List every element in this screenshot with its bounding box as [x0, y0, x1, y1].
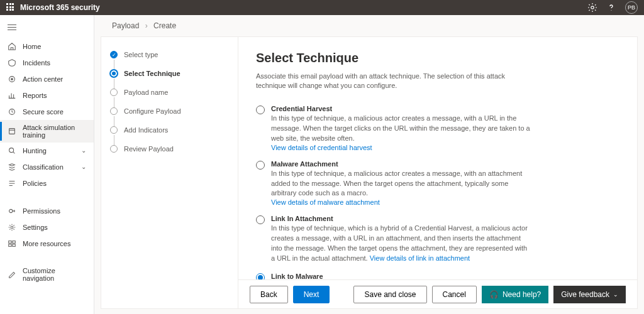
details-link[interactable]: View details of credential harvest	[271, 144, 372, 151]
sidebar-item-label: Secure score	[23, 108, 64, 116]
sidebar-item-more-resources[interactable]: More resources	[0, 236, 94, 252]
main-area: Payload › Create Select typeSelect Techn…	[94, 15, 644, 314]
cancel-button[interactable]: Cancel	[432, 286, 477, 303]
save-close-button[interactable]: Save and close	[353, 286, 426, 303]
wizard-step[interactable]: Select Technique	[110, 70, 229, 89]
avatar[interactable]: PB	[625, 1, 638, 14]
svg-point-5	[9, 148, 14, 152]
breadcrumb-root[interactable]: Payload	[112, 21, 139, 30]
wizard-step[interactable]: Review Payload	[110, 145, 229, 153]
step-label: Select Technique	[124, 70, 180, 77]
sidebar-item-secure-score[interactable]: Secure score	[0, 104, 94, 120]
sidebar-item-incidents[interactable]: Incidents	[0, 55, 94, 71]
sidebar-item-reports[interactable]: Reports	[0, 87, 94, 104]
svg-rect-10	[9, 244, 11, 246]
hunting-icon	[8, 146, 16, 155]
sidebar-item-label: Action center	[23, 75, 63, 83]
sidebar-item-permissions[interactable]: Permissions	[0, 203, 94, 219]
wizard-step[interactable]: Select type	[110, 51, 229, 70]
topbar: Microsoft 365 security PB	[0, 0, 644, 15]
sidebar: HomeIncidentsAction centerReportsSecure …	[0, 15, 94, 314]
step-label: Select type	[124, 51, 158, 58]
radio-icon	[256, 106, 265, 114]
app-title: Microsoft 365 security	[20, 3, 587, 12]
option-desc: In this type of technique, which is a hy…	[271, 224, 533, 264]
step-label: Add Indicators	[124, 126, 168, 134]
option-title: Link In Attachment	[271, 215, 533, 222]
chevron-down-icon: ⌄	[613, 291, 618, 298]
sidebar-item-attack-simulation-training[interactable]: Attack simulation training	[0, 120, 94, 143]
classification-icon	[8, 163, 16, 171]
sidebar-item-label: Hunting	[23, 147, 47, 154]
action-icon	[8, 75, 16, 84]
incidents-icon	[8, 58, 16, 67]
sidebar-item-policies[interactable]: Policies	[0, 175, 94, 192]
step-dot-icon	[110, 51, 118, 58]
reports-icon	[8, 91, 16, 100]
settings-icon	[8, 223, 16, 232]
details-link[interactable]: View details of link in attachment	[370, 254, 470, 262]
step-label: Configure Payload	[124, 107, 181, 115]
need-help-button[interactable]: 🎧Need help?	[482, 286, 548, 303]
wizard-panel: Select Technique Associate this email pa…	[238, 37, 637, 308]
step-label: Payload name	[124, 89, 168, 96]
svg-point-2	[11, 78, 13, 80]
sidebar-item-label: Policies	[23, 180, 47, 187]
wizard-step[interactable]: Payload name	[110, 89, 229, 107]
svg-point-6	[9, 209, 13, 212]
sidebar-item-label: Customize navigation	[23, 267, 86, 282]
svg-rect-9	[13, 241, 15, 243]
chevron-down-icon: ⌄	[81, 163, 86, 170]
step-dot-icon	[110, 145, 118, 153]
breadcrumb-current: Create	[153, 21, 176, 30]
radio-icon	[256, 215, 265, 224]
sidebar-item-settings[interactable]: Settings	[0, 219, 94, 236]
next-button[interactable]: Next	[293, 286, 330, 303]
technique-option[interactable]: Credential HarvestIn this type of techni…	[256, 105, 533, 151]
content-card: Select typeSelect TechniquePayload nameC…	[101, 36, 638, 309]
step-dot-icon	[110, 70, 118, 77]
gear-icon[interactable]	[587, 3, 597, 13]
sidebar-item-action-center[interactable]: Action center	[0, 71, 94, 87]
help-icon[interactable]	[606, 3, 616, 13]
svg-rect-8	[9, 241, 11, 243]
option-title: Malware Attachment	[271, 160, 533, 168]
hamburger-icon[interactable]	[0, 20, 94, 38]
home-icon	[8, 42, 16, 51]
more-icon	[8, 239, 16, 248]
svg-rect-4	[9, 128, 15, 134]
sidebar-item-label: Home	[23, 43, 41, 50]
sidebar-item-label: Incidents	[23, 59, 50, 67]
breadcrumb: Payload › Create	[94, 15, 644, 36]
sidebar-item-hunting[interactable]: Hunting⌄	[0, 143, 94, 159]
waffle-icon[interactable]	[6, 3, 15, 12]
give-feedback-button[interactable]: Give feedback⌄	[553, 286, 626, 303]
wizard-step[interactable]: Configure Payload	[110, 107, 229, 126]
option-title: Credential Harvest	[271, 105, 533, 112]
step-dot-icon	[110, 89, 118, 96]
sidebar-item-home[interactable]: Home	[0, 38, 94, 55]
svg-point-0	[591, 6, 594, 9]
option-desc: In this type of technique, a malicious a…	[271, 169, 533, 199]
headset-icon: 🎧	[489, 290, 499, 299]
back-button[interactable]: Back	[250, 286, 288, 303]
technique-option[interactable]: Link In AttachmentIn this type of techni…	[256, 215, 533, 264]
wizard-steps: Select typeSelect TechniquePayload nameC…	[101, 37, 238, 308]
sidebar-item-label: Settings	[23, 224, 48, 231]
panel-heading: Select Technique	[256, 51, 619, 65]
option-desc: In this type of technique, a malicious a…	[271, 114, 533, 144]
sidebar-item-customize-navigation[interactable]: Customize navigation	[0, 263, 94, 286]
secure-icon	[8, 107, 16, 116]
details-link[interactable]: View details of malware attachment	[271, 198, 380, 206]
sidebar-item-label: Permissions	[23, 207, 60, 215]
attack-icon	[8, 127, 16, 136]
sidebar-item-classification[interactable]: Classification⌄	[0, 159, 94, 175]
svg-rect-11	[13, 244, 15, 246]
sidebar-item-label: Classification	[23, 163, 64, 171]
technique-option[interactable]: Malware AttachmentIn this type of techni…	[256, 160, 533, 207]
step-dot-icon	[110, 126, 118, 134]
sidebar-item-label: Reports	[23, 92, 47, 99]
wizard-step[interactable]: Add Indicators	[110, 126, 229, 145]
chevron-down-icon: ⌄	[81, 147, 86, 154]
wizard-footer: Back Next Save and close Cancel 🎧Need he…	[238, 279, 637, 308]
